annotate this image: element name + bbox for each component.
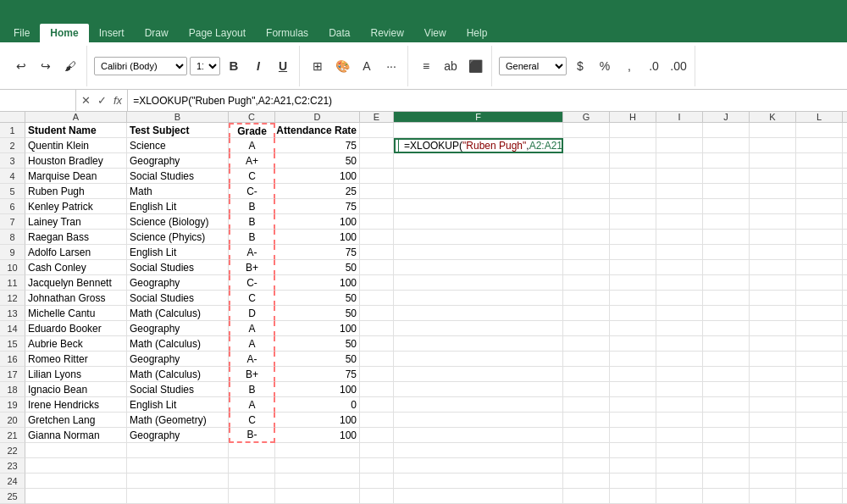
cell-r11-c3[interactable]: C- — [229, 275, 275, 291]
row-num-11[interactable]: 11 — [0, 275, 25, 291]
cell-r5-c9[interactable] — [656, 184, 703, 199]
cell-r18-c13[interactable] — [843, 382, 847, 397]
cell-r2-c8[interactable] — [610, 138, 656, 153]
cell-r11-c9[interactable] — [656, 275, 703, 291]
cell-r14-c2[interactable]: Geography — [127, 321, 229, 336]
cell-r8-c4[interactable]: 100 — [275, 230, 360, 245]
cell-r2-c2[interactable]: Science — [127, 138, 229, 153]
cell-r9-c9[interactable] — [656, 245, 703, 260]
cell-r6-c10[interactable] — [703, 199, 750, 214]
empty-cell-r24-c3[interactable] — [229, 474, 275, 489]
cell-r8-c2[interactable]: Science (Phyics) — [127, 230, 229, 245]
header-cell-3[interactable]: Grade — [229, 123, 275, 138]
cell-r6-c11[interactable] — [750, 199, 796, 214]
col-header-A[interactable]: A — [25, 112, 127, 122]
cell-r16-c2[interactable]: Geography — [127, 352, 229, 367]
cell-r7-c10[interactable] — [703, 214, 750, 230]
ribbon-tab-page-layout[interactable]: Page Layout — [179, 24, 256, 42]
empty-cell-r22-c6[interactable] — [394, 443, 563, 458]
cell-r21-c13[interactable] — [843, 428, 847, 443]
row-num-18[interactable]: 18 — [0, 382, 25, 397]
cell-r20-c13[interactable] — [843, 413, 847, 428]
cell-r21-c12[interactable] — [796, 428, 843, 443]
empty-cell-r24-c11[interactable] — [750, 474, 796, 489]
cell-r7-c12[interactable] — [796, 214, 843, 230]
cell-r16-c8[interactable] — [610, 352, 656, 367]
cell-r4-c11[interactable] — [750, 169, 796, 184]
number-format-select[interactable]: General — [499, 57, 567, 75]
cell-r17-c11[interactable] — [750, 367, 796, 382]
cell-r3-c8[interactable] — [610, 153, 656, 169]
confirm-formula-icon[interactable]: ✓ — [96, 94, 108, 107]
header-cell-13[interactable] — [843, 123, 847, 138]
empty-cell-r25-c5[interactable] — [360, 489, 394, 504]
empty-cell-r25-c7[interactable] — [563, 489, 610, 504]
cell-r15-c4[interactable]: 50 — [275, 336, 360, 352]
cell-r2-c3[interactable]: A — [229, 138, 275, 153]
row-num-9[interactable]: 9 — [0, 245, 25, 260]
cell-r21-c2[interactable]: Geography — [127, 428, 229, 443]
cell-r12-c11[interactable] — [750, 291, 796, 306]
comma-button[interactable]: , — [618, 55, 640, 77]
row-num-12[interactable]: 12 — [0, 291, 25, 306]
underline-button[interactable]: U — [272, 55, 294, 77]
cell-r3-c1[interactable]: Houston Bradley — [25, 153, 127, 169]
cell-r8-c7[interactable] — [563, 230, 610, 245]
header-cell-6[interactable] — [394, 123, 563, 138]
cell-r8-c6[interactable] — [394, 230, 563, 245]
empty-cell-r24-c8[interactable] — [610, 474, 656, 489]
row-num-1[interactable]: 1 — [0, 123, 25, 138]
empty-cell-r24-c2[interactable] — [127, 474, 229, 489]
empty-cell-r22-c8[interactable] — [610, 443, 656, 458]
cell-r19-c5[interactable] — [360, 397, 394, 413]
cell-r21-c5[interactable] — [360, 428, 394, 443]
cell-r7-c6[interactable] — [394, 214, 563, 230]
cell-r3-c7[interactable] — [563, 153, 610, 169]
cell-r4-c4[interactable]: 100 — [275, 169, 360, 184]
cell-r18-c1[interactable]: Ignacio Bean — [25, 382, 127, 397]
cell-r11-c5[interactable] — [360, 275, 394, 291]
cell-r17-c13[interactable] — [843, 367, 847, 382]
row-num-24[interactable]: 24 — [0, 474, 25, 489]
ribbon-tab-draw[interactable]: Draw — [135, 24, 179, 42]
cell-r20-c7[interactable] — [563, 413, 610, 428]
cell-r14-c4[interactable]: 100 — [275, 321, 360, 336]
row-num-21[interactable]: 21 — [0, 428, 25, 443]
cell-r6-c2[interactable]: English Lit — [127, 199, 229, 214]
cell-r15-c6[interactable] — [394, 336, 563, 352]
cell-r6-c4[interactable]: 75 — [275, 199, 360, 214]
cell-r12-c8[interactable] — [610, 291, 656, 306]
row-num-2[interactable]: 2 — [0, 138, 25, 153]
merge-button[interactable]: ⬛ — [464, 55, 486, 77]
cell-r13-c1[interactable]: Michelle Cantu — [25, 306, 127, 321]
row-num-20[interactable]: 20 — [0, 413, 25, 428]
empty-cell-r25-c9[interactable] — [656, 489, 703, 504]
cell-r16-c4[interactable]: 50 — [275, 352, 360, 367]
header-cell-8[interactable] — [610, 123, 656, 138]
cell-r18-c5[interactable] — [360, 382, 394, 397]
empty-cell-r22-c5[interactable] — [360, 443, 394, 458]
row-num-19[interactable]: 19 — [0, 397, 25, 413]
cell-r14-c6[interactable] — [394, 321, 563, 336]
cell-r6-c5[interactable] — [360, 199, 394, 214]
empty-cell-r22-c13[interactable] — [843, 443, 847, 458]
formula-input[interactable] — [128, 90, 847, 111]
format-painter-button[interactable]: 🖌 — [59, 55, 81, 77]
cell-r21-c7[interactable] — [563, 428, 610, 443]
cell-r15-c11[interactable] — [750, 336, 796, 352]
empty-cell-r24-c9[interactable] — [656, 474, 703, 489]
cell-r10-c9[interactable] — [656, 260, 703, 275]
col-header-I[interactable]: I — [656, 112, 703, 122]
empty-cell-r22-c1[interactable] — [25, 443, 127, 458]
percent-button[interactable]: % — [594, 55, 616, 77]
cell-r14-c9[interactable] — [656, 321, 703, 336]
cell-r10-c1[interactable]: Cash Conley — [25, 260, 127, 275]
cell-r5-c6[interactable] — [394, 184, 563, 199]
cell-r16-c1[interactable]: Romeo Ritter — [25, 352, 127, 367]
cell-r18-c12[interactable] — [796, 382, 843, 397]
cell-r21-c3[interactable]: B- — [229, 428, 275, 443]
cell-r13-c2[interactable]: Math (Calculus) — [127, 306, 229, 321]
cancel-formula-icon[interactable]: ✕ — [80, 94, 92, 107]
cell-r18-c10[interactable] — [703, 382, 750, 397]
cell-r20-c4[interactable]: 100 — [275, 413, 360, 428]
